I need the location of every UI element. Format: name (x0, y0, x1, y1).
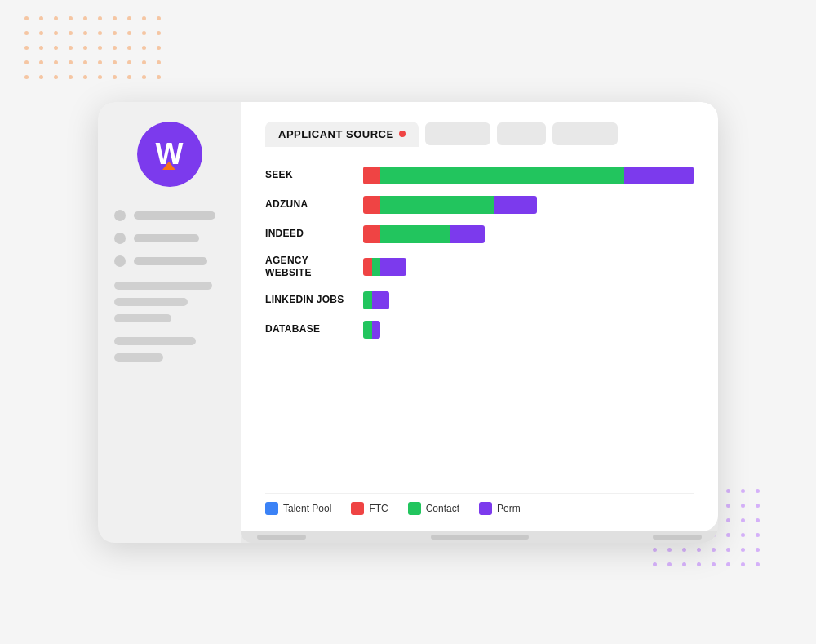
bottom-pill-1 (257, 535, 306, 540)
logo-triangle-icon (162, 162, 175, 170)
bar-segment-4-1 (372, 291, 389, 309)
legend: Talent PoolFTCContactPerm (265, 493, 694, 515)
dot-purple-36 (712, 548, 716, 552)
bar-segment-1-1 (380, 196, 494, 214)
legend-label-2: Contact (426, 503, 459, 514)
dot-purple-33 (667, 548, 672, 552)
dot-orange-4 (83, 16, 87, 20)
dot-orange-7 (127, 16, 131, 20)
dot-purple-29 (726, 533, 730, 537)
sidebar-rect-1 (114, 282, 212, 290)
logo: W (137, 122, 202, 187)
dot-orange-48 (142, 75, 146, 79)
dot-purple-46 (741, 562, 745, 566)
dot-orange-18 (142, 31, 146, 35)
chart-label-2: INDEED (265, 228, 363, 241)
chart-label-0: SEEK (265, 169, 363, 182)
dot-purple-32 (653, 548, 657, 552)
dot-purple-23 (756, 518, 760, 522)
bar-segment-3-0 (363, 258, 372, 276)
dot-orange-25 (98, 46, 102, 50)
dot-orange-43 (69, 75, 73, 79)
dot-orange-16 (113, 31, 117, 35)
bar-segment-5-1 (372, 321, 381, 339)
card-bottom-bar (241, 531, 718, 543)
dot-purple-37 (726, 548, 730, 552)
dot-orange-21 (39, 46, 43, 50)
tab-red-dot (399, 131, 406, 137)
tab-bar: APPLICANT SOURCE (265, 122, 694, 147)
tab-placeholder-1[interactable] (425, 122, 490, 145)
tab-applicant-source[interactable]: APPLICANT SOURCE (265, 122, 419, 147)
logo-letter: W (156, 137, 184, 171)
chart-label-4: LINKEDIN JOBS (265, 294, 363, 307)
bar-segment-2-0 (363, 225, 380, 243)
legend-label-3: Perm (497, 503, 521, 514)
dot-orange-22 (54, 46, 58, 50)
nav-dot-1 (114, 210, 126, 221)
dot-purple-42 (682, 562, 686, 566)
dot-purple-35 (697, 548, 701, 552)
dot-purple-30 (741, 533, 745, 537)
legend-box-3 (479, 502, 492, 515)
bar-segment-2-1 (380, 225, 450, 243)
dot-purple-43 (697, 562, 701, 566)
sidebar-section (114, 282, 224, 322)
dot-orange-39 (157, 60, 161, 64)
dot-orange-27 (127, 46, 131, 50)
dot-orange-12 (54, 31, 58, 35)
dot-orange-34 (83, 60, 87, 64)
chart-row-4: LINKEDIN JOBS (265, 291, 694, 309)
dot-orange-31 (39, 60, 43, 64)
dot-orange-6 (113, 16, 117, 20)
sidebar-nav (114, 210, 224, 267)
dot-purple-31 (756, 533, 760, 537)
sidebar-item-1[interactable] (114, 210, 224, 221)
dot-orange-2 (54, 16, 58, 20)
chart-container: SEEKADZUNAINDEEDAGENCY WEBSITELINKEDIN J… (265, 167, 694, 486)
bar-segment-0-2 (624, 167, 694, 184)
sidebar-rect-3 (114, 314, 171, 322)
bar-segment-4-0 (363, 291, 372, 309)
sidebar-item-2[interactable] (114, 233, 224, 244)
dot-purple-7 (756, 489, 760, 493)
tab-placeholder-3[interactable] (552, 122, 618, 145)
legend-label-1: FTC (369, 503, 388, 514)
dot-purple-22 (741, 518, 745, 522)
dot-orange-26 (113, 46, 117, 50)
legend-item-3: Perm (479, 502, 521, 515)
sidebar-rect-4 (114, 337, 196, 345)
dot-orange-3 (69, 16, 73, 20)
legend-box-1 (351, 502, 364, 515)
dot-orange-11 (39, 31, 43, 35)
chart-bar-5 (363, 321, 694, 339)
tab-placeholder-2[interactable] (497, 122, 546, 145)
nav-dot-2 (114, 233, 126, 244)
bar-segment-1-2 (494, 196, 537, 214)
chart-row-1: ADZUNA (265, 196, 694, 214)
dot-orange-15 (98, 31, 102, 35)
dot-purple-13 (726, 504, 730, 508)
dot-orange-10 (24, 31, 29, 35)
bottom-pill-2 (431, 535, 529, 540)
dot-orange-5 (98, 16, 102, 20)
bottom-pill-3 (653, 535, 702, 540)
dot-orange-13 (69, 31, 73, 35)
chart-row-3: AGENCY WEBSITE (265, 255, 694, 280)
chart-bar-4 (363, 291, 694, 309)
dot-orange-45 (98, 75, 102, 79)
dot-orange-35 (98, 60, 102, 64)
dot-orange-30 (24, 60, 29, 64)
chart-label-1: ADZUNA (265, 198, 363, 211)
dot-orange-28 (142, 46, 146, 50)
bar-segment-0-0 (363, 167, 380, 184)
dot-purple-41 (667, 562, 672, 566)
dot-orange-23 (69, 46, 73, 50)
dot-orange-32 (54, 60, 58, 64)
dot-purple-40 (653, 562, 657, 566)
dot-orange-46 (113, 75, 117, 79)
chart-bar-3 (363, 258, 694, 276)
dot-orange-19 (157, 31, 161, 35)
legend-item-0: Talent Pool (265, 502, 331, 515)
sidebar-item-3[interactable] (114, 255, 224, 267)
